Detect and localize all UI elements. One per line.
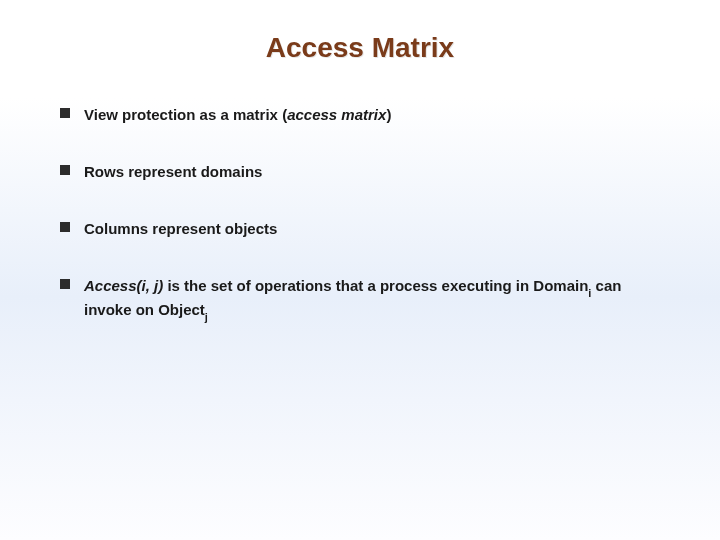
square-bullet-icon [60, 279, 70, 289]
text-subscript: i [588, 287, 591, 299]
bullet-text: View protection as a matrix (access matr… [84, 104, 665, 125]
square-bullet-icon [60, 165, 70, 175]
text-fragment: is the set of operations that a process … [163, 277, 588, 294]
text-subscript: j [205, 311, 208, 323]
text-fragment: ) [386, 106, 391, 123]
text-italic: Access(i, j) [84, 277, 163, 294]
bullet-item: Access(i, j) is the set of operations th… [60, 275, 665, 324]
bullet-item: Rows represent domains [60, 161, 665, 182]
slide-body: View protection as a matrix (access matr… [0, 104, 720, 324]
bullet-item: View protection as a matrix (access matr… [60, 104, 665, 125]
bullet-text: Columns represent objects [84, 218, 665, 239]
bullet-item: Columns represent objects [60, 218, 665, 239]
bullet-text: Rows represent domains [84, 161, 665, 182]
text-fragment: View protection as a matrix ( [84, 106, 287, 123]
square-bullet-icon [60, 108, 70, 118]
text-italic: access matrix [287, 106, 386, 123]
slide-title: Access Matrix [0, 0, 720, 104]
square-bullet-icon [60, 222, 70, 232]
bullet-text: Access(i, j) is the set of operations th… [84, 275, 665, 324]
